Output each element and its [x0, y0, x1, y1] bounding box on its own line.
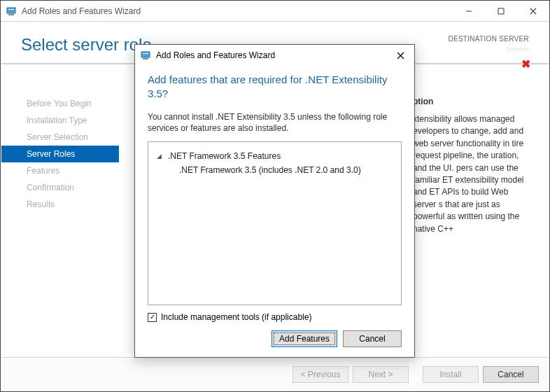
window-title: Add Roles and Features Wizard	[22, 6, 453, 16]
window-titlebar: Add Roles and Features Wizard	[1, 1, 549, 22]
description-heading: ption	[413, 97, 532, 106]
destination-block: DESTINATION SERVER ——— ✖	[448, 35, 529, 52]
nav-server-roles[interactable]: Server Roles	[1, 146, 119, 162]
svg-rect-4	[498, 8, 504, 14]
destination-label: DESTINATION SERVER	[448, 35, 529, 43]
add-features-dialog: Add Roles and Features Wizard Add featur…	[134, 44, 415, 358]
svg-rect-8	[143, 58, 148, 59]
close-button[interactable]	[517, 1, 549, 22]
dialog-footer: Add Features Cancel	[148, 330, 402, 347]
nav-results[interactable]: Results	[1, 196, 119, 213]
minimize-button[interactable]	[453, 1, 485, 22]
svg-rect-2	[8, 9, 14, 10]
svg-rect-0	[7, 8, 15, 13]
checkbox-label: Include management tools (if applicable)	[161, 312, 311, 322]
maximize-button[interactable]	[485, 1, 517, 22]
dialog-text: You cannot install .NET Extensibility 3.…	[148, 111, 402, 135]
add-features-button[interactable]: Add Features	[272, 330, 337, 347]
svg-rect-1	[8, 14, 14, 15]
description-text: xtensibility allows managed evelopers to…	[413, 113, 532, 235]
dialog-close-button[interactable]	[389, 46, 411, 64]
wizard-footer: < Previous Next > Install Cancel	[1, 357, 549, 391]
destination-server: ———	[448, 44, 529, 52]
dialog-title: Add Roles and Features Wizard	[156, 50, 389, 60]
svg-rect-7	[141, 52, 150, 57]
include-management-tools-checkbox[interactable]: ✓ Include management tools (if applicabl…	[148, 312, 402, 322]
error-icon: ✖	[521, 57, 530, 71]
checkbox-icon: ✓	[148, 313, 157, 322]
previous-button[interactable]: < Previous	[292, 366, 348, 383]
tree-child-label: .NET Framework 3.5 (includes .NET 2.0 an…	[179, 163, 361, 177]
nav-before-you-begin[interactable]: Before You Begin	[1, 95, 119, 112]
tree-parent-row[interactable]: ◢ .NET Framework 3.5 Features	[154, 149, 395, 163]
server-manager-icon	[6, 6, 17, 17]
next-button[interactable]: Next >	[353, 366, 409, 383]
nav-features[interactable]: Features	[1, 162, 119, 179]
tree-child-row[interactable]: .NET Framework 3.5 (includes .NET 2.0 an…	[154, 163, 395, 177]
cancel-button[interactable]: Cancel	[483, 366, 539, 383]
server-manager-icon	[141, 50, 152, 61]
dialog-heading: Add features that are required for .NET …	[148, 73, 402, 102]
dialog-body: Add features that are required for .NET …	[135, 66, 414, 357]
tree-parent-label: .NET Framework 3.5 Features	[168, 149, 281, 163]
required-features-tree: ◢ .NET Framework 3.5 Features .NET Frame…	[148, 141, 402, 305]
nav-confirmation[interactable]: Confirmation	[1, 179, 119, 196]
dialog-cancel-button[interactable]: Cancel	[343, 330, 402, 347]
wizard-sidebar: Before You Begin Installation Type Serve…	[1, 90, 119, 357]
nav-installation-type[interactable]: Installation Type	[1, 112, 119, 129]
collapse-icon[interactable]: ◢	[154, 151, 164, 162]
wizard-window: Add Roles and Features Wizard Select ser…	[0, 0, 550, 392]
install-button[interactable]: Install	[423, 366, 479, 383]
window-controls	[453, 1, 549, 21]
nav-server-selection[interactable]: Server Selection	[1, 129, 119, 146]
svg-rect-9	[143, 53, 148, 54]
dialog-titlebar: Add Roles and Features Wizard	[135, 45, 414, 66]
